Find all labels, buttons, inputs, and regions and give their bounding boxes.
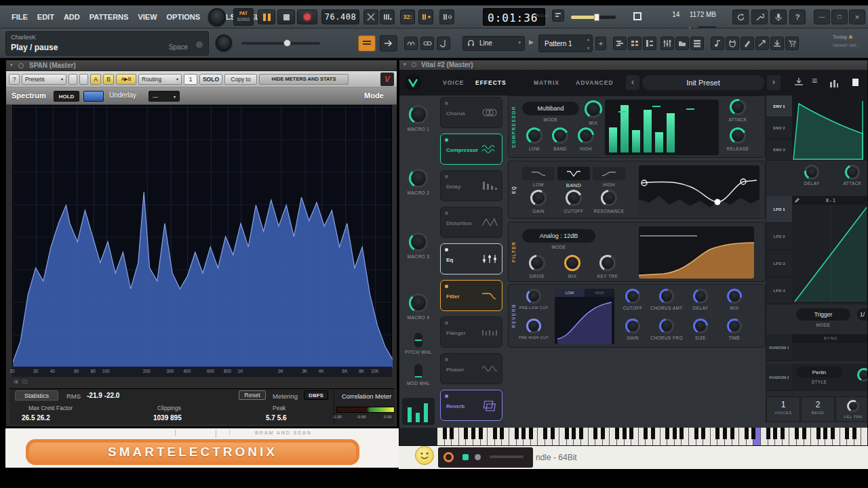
piano-key-black[interactable] [730, 428, 734, 439]
scroll-handle[interactable] [21, 378, 28, 385]
song-label[interactable]: SONG [234, 17, 253, 22]
piano-key-black[interactable] [751, 428, 755, 439]
reverb-prehighcut-knob[interactable] [526, 319, 541, 333]
share-icon[interactable] [755, 37, 769, 50]
fx-compressor[interactable]: Compressor [440, 134, 502, 165]
pedal-icon[interactable] [437, 37, 450, 50]
pattern-play-icon[interactable]: ▶ [529, 39, 534, 45]
lfo4-tab[interactable]: LFO 4 [766, 277, 792, 304]
gear-icon[interactable] [412, 62, 416, 67]
playlist-icon[interactable] [613, 37, 627, 50]
menu-add[interactable]: ADD [59, 5, 85, 28]
pattern-up-icon[interactable]: ▴ [587, 37, 589, 41]
countdown-icon[interactable]: 32: [400, 9, 415, 24]
filter-graph[interactable] [639, 226, 754, 279]
lfo1-tab[interactable]: LFO 1 [766, 196, 792, 223]
macro-mini-sliders[interactable] [402, 398, 435, 425]
pitch-wheel[interactable] [414, 333, 422, 348]
compressor-attack-knob[interactable] [730, 99, 746, 115]
piano-key-black[interactable] [694, 428, 698, 439]
plugin-led-teal[interactable] [462, 454, 469, 460]
veltrk-cell[interactable]: VEL TRK [835, 396, 868, 422]
piano-key-black[interactable] [593, 428, 597, 439]
compressor-release-knob[interactable] [730, 127, 746, 144]
spectrum-color-swatch[interactable] [83, 91, 104, 102]
tempo-display[interactable]: 76.408 [321, 9, 359, 24]
eq-graph[interactable] [639, 165, 760, 216]
piano-key-black[interactable] [795, 428, 799, 439]
channel-display[interactable]: 1 [184, 74, 197, 85]
random1-tab[interactable]: RANDOM 1 [766, 334, 792, 361]
power-led[interactable] [445, 285, 448, 288]
gear-icon[interactable] [18, 63, 24, 68]
lfo3-tab[interactable]: LFO 3 [766, 250, 792, 277]
plugin-slider[interactable] [490, 455, 524, 458]
compressor-mix-knob[interactable] [585, 100, 602, 118]
minimize-button[interactable]: — [814, 9, 830, 24]
env3-tab[interactable]: ENV 3 [766, 139, 792, 161]
preset-prev-button[interactable] [68, 74, 77, 85]
piano-key-black[interactable] [601, 428, 605, 439]
voxengo-logo[interactable]: V [380, 73, 394, 86]
fx-chorus[interactable]: Chorus [440, 97, 502, 128]
eq-band-band-tab[interactable] [557, 167, 590, 180]
piano-key-black[interactable] [471, 428, 475, 439]
mixer-icon[interactable] [660, 37, 674, 50]
power-led[interactable] [445, 211, 448, 215]
reverb-time-knob[interactable] [727, 319, 742, 333]
piano-keyboard[interactable] [437, 428, 868, 446]
microphone-icon[interactable] [770, 9, 787, 24]
reverb-prelowcut-knob[interactable] [526, 289, 541, 304]
lfo-frequency-box[interactable]: 1/ [857, 308, 868, 321]
macro1-knob[interactable] [409, 105, 428, 124]
piano-key-black[interactable] [673, 428, 677, 439]
pat-label[interactable]: PAT [234, 11, 253, 16]
metering-value-button[interactable]: DBFS [304, 390, 328, 400]
monitor-icon[interactable] [633, 12, 642, 20]
menu-view[interactable]: VIEW [133, 5, 161, 28]
piano-key-black[interactable] [773, 428, 777, 439]
piano-key-black[interactable] [443, 428, 447, 439]
piano-key-black[interactable] [529, 428, 533, 439]
main-volume-slider[interactable] [241, 42, 320, 45]
piano-key-black[interactable] [521, 428, 526, 439]
piano-key-black[interactable] [479, 428, 483, 439]
piano-key-black[interactable] [715, 428, 719, 439]
preset-next-button[interactable]: › [767, 75, 781, 90]
random-frequency-knob[interactable] [857, 368, 868, 382]
menu-options[interactable]: OPTIONS [162, 5, 205, 28]
snap-selector[interactable]: Line ▾ [462, 36, 525, 51]
lfo-grid-selector[interactable]: 8 - 1 [792, 196, 868, 205]
piano-key-black[interactable] [515, 428, 519, 439]
pattern-selector[interactable]: Pattern 1 ▴ ▾ [538, 35, 593, 52]
piano-key-black[interactable] [615, 428, 619, 439]
underlay-dropdown[interactable]: —▾ [149, 91, 180, 102]
power-led[interactable] [445, 248, 448, 251]
pattern-down-icon[interactable]: ▾ [587, 45, 589, 50]
step-record-icon[interactable] [439, 9, 454, 24]
download-icon[interactable] [770, 37, 784, 50]
tab-effects[interactable]: EFFECTS [475, 70, 507, 96]
channel-rack-icon[interactable] [690, 37, 704, 50]
piano-key-black[interactable] [629, 428, 633, 439]
plugin-icon[interactable] [726, 37, 739, 50]
piano-key-black[interactable] [551, 428, 555, 439]
loop-record-icon[interactable] [418, 9, 433, 24]
main-pitch-knob[interactable] [216, 35, 232, 51]
fx-filter[interactable]: Filter [440, 280, 502, 311]
preset-next-button[interactable] [79, 74, 88, 85]
comp-threshold-handle[interactable] [652, 106, 660, 107]
random2-tab[interactable]: RANDOM 2 [766, 364, 792, 391]
env-delay-knob[interactable] [804, 165, 819, 180]
reverb-gain-knob[interactable] [625, 319, 640, 333]
power-led[interactable] [445, 175, 448, 178]
eq-cutoff-knob[interactable] [566, 190, 582, 206]
mod-wheel[interactable] [414, 364, 422, 379]
veltrk-knob[interactable] [847, 400, 859, 412]
filter-mode-dropdown[interactable]: Analog : 12dB [522, 229, 595, 243]
piano-key-black[interactable] [623, 428, 627, 439]
piano-key-black[interactable] [802, 428, 806, 439]
menu-file[interactable]: FILE [7, 5, 33, 28]
brush-icon[interactable] [741, 37, 754, 50]
comp-threshold-handle[interactable] [686, 108, 694, 110]
